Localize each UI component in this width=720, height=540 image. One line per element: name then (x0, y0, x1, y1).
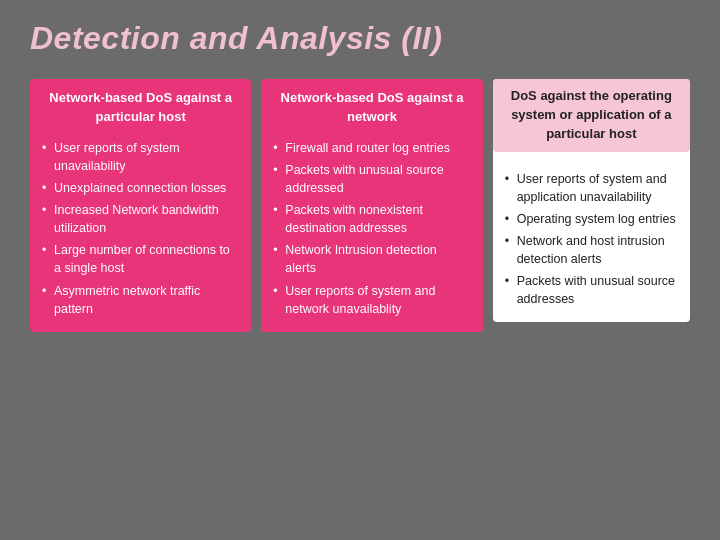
page-title: Detection and Analysis (II) (30, 20, 690, 57)
columns-row: Network-based DoS against a particular h… (30, 79, 690, 520)
column-2-list: Firewall and router log entries Packets … (273, 139, 470, 318)
column-3-list: User reports of system and application u… (505, 170, 678, 309)
list-item: Network and host intrusion detection ale… (505, 232, 678, 268)
list-item: User reports of system and application u… (505, 170, 678, 206)
column-3-header: DoS against the operating system or appl… (493, 79, 690, 152)
list-item: Increased Network bandwidth utilization (42, 201, 239, 237)
list-item: User reports of system unavailability (42, 139, 239, 175)
list-item: Packets with unusual source addressed (273, 161, 470, 197)
list-item: Packets with nonexistent destination add… (273, 201, 470, 237)
column-1-header: Network-based DoS against a particular h… (42, 89, 239, 131)
column-1-list: User reports of system unavailability Un… (42, 139, 239, 318)
list-item: Firewall and router log entries (273, 139, 470, 157)
list-item: Unexplained connection losses (42, 179, 239, 197)
column-2-card: Network-based DoS against a network Fire… (261, 79, 482, 332)
list-item: Large number of connections to a single … (42, 241, 239, 277)
column-1-card: Network-based DoS against a particular h… (30, 79, 251, 332)
list-item: Operating system log entries (505, 210, 678, 228)
list-item: Packets with unusual source addresses (505, 272, 678, 308)
list-item: User reports of system and network unava… (273, 282, 470, 318)
column-2-header: Network-based DoS against a network (273, 89, 470, 131)
column-3-card: DoS against the operating system or appl… (493, 79, 690, 322)
list-item: Network Intrusion detection alerts (273, 241, 470, 277)
page-container: Detection and Analysis (II) Network-base… (0, 0, 720, 540)
list-item: Asymmetric network traffic pattern (42, 282, 239, 318)
column-3-body: User reports of system and application u… (493, 160, 690, 323)
